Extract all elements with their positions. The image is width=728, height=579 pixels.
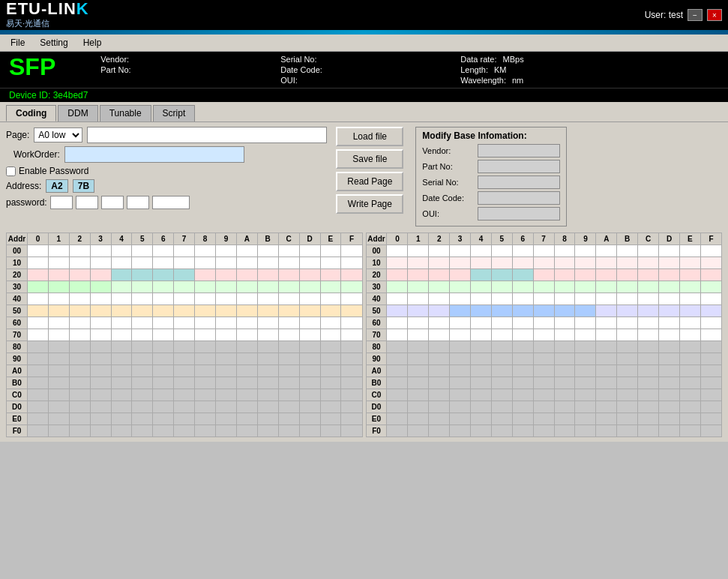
cell-C0-9[interactable] (575, 389, 596, 401)
cell-00-4[interactable] (471, 245, 492, 257)
cell-70-7[interactable] (174, 329, 195, 341)
cell-60-8[interactable] (554, 317, 575, 329)
cell-80-A[interactable] (596, 341, 617, 353)
cell-60-6[interactable] (153, 317, 174, 329)
cell-50-4[interactable] (471, 305, 492, 317)
cell-60-B[interactable] (617, 317, 638, 329)
cell-80-2[interactable] (69, 341, 90, 353)
cell-70-7[interactable] (533, 329, 554, 341)
cell-30-3[interactable] (450, 281, 471, 293)
cell-30-D[interactable] (659, 281, 680, 293)
cell-20-A[interactable] (236, 269, 257, 281)
cell-C0-9[interactable] (215, 389, 236, 401)
cell-30-9[interactable] (575, 281, 596, 293)
cell-10-D[interactable] (659, 257, 680, 269)
cell-00-0[interactable] (27, 245, 48, 257)
cell-A0-C[interactable] (638, 365, 659, 377)
cell-90-8[interactable] (195, 353, 216, 365)
cell-40-E[interactable] (320, 293, 341, 305)
cell-70-D[interactable] (659, 329, 680, 341)
cell-00-2[interactable] (429, 245, 450, 257)
cell-00-F[interactable] (341, 245, 362, 257)
cell-D0-3[interactable] (90, 401, 111, 413)
cell-E0-F[interactable] (341, 413, 362, 425)
cell-90-F[interactable] (700, 353, 721, 365)
cell-D0-2[interactable] (429, 401, 450, 413)
cell-40-A[interactable] (596, 293, 617, 305)
cell-90-7[interactable] (174, 353, 195, 365)
cell-E0-9[interactable] (575, 413, 596, 425)
cell-F0-B[interactable] (257, 425, 278, 437)
cell-D0-4[interactable] (471, 401, 492, 413)
cell-00-A[interactable] (596, 245, 617, 257)
cell-C0-C[interactable] (638, 389, 659, 401)
cell-F0-2[interactable] (69, 425, 90, 437)
cell-F0-B[interactable] (617, 425, 638, 437)
cell-40-2[interactable] (69, 293, 90, 305)
cell-60-9[interactable] (215, 317, 236, 329)
cell-20-D[interactable] (299, 269, 320, 281)
cell-90-6[interactable] (153, 353, 174, 365)
cell-A0-4[interactable] (111, 365, 132, 377)
cell-10-1[interactable] (48, 257, 69, 269)
cell-C0-3[interactable] (450, 389, 471, 401)
cell-C0-7[interactable] (174, 389, 195, 401)
cell-60-5[interactable] (491, 317, 512, 329)
modify-partno-input[interactable] (478, 160, 560, 173)
cell-E0-C[interactable] (638, 413, 659, 425)
cell-50-2[interactable] (429, 305, 450, 317)
cell-00-1[interactable] (408, 245, 429, 257)
cell-10-E[interactable] (320, 257, 341, 269)
cell-D0-D[interactable] (659, 401, 680, 413)
tab-tunable[interactable]: Tunable (100, 105, 151, 122)
cell-40-4[interactable] (471, 293, 492, 305)
cell-00-2[interactable] (69, 245, 90, 257)
cell-E0-0[interactable] (387, 413, 408, 425)
cell-80-C[interactable] (278, 341, 299, 353)
cell-40-3[interactable] (90, 293, 111, 305)
cell-00-7[interactable] (533, 245, 554, 257)
cell-10-4[interactable] (471, 257, 492, 269)
cell-F0-0[interactable] (27, 425, 48, 437)
cell-D0-6[interactable] (153, 401, 174, 413)
cell-80-5[interactable] (491, 341, 512, 353)
cell-00-B[interactable] (257, 245, 278, 257)
cell-30-3[interactable] (90, 281, 111, 293)
cell-F0-1[interactable] (408, 425, 429, 437)
cell-70-B[interactable] (617, 329, 638, 341)
cell-40-1[interactable] (48, 293, 69, 305)
cell-60-B[interactable] (257, 317, 278, 329)
cell-F0-5[interactable] (132, 425, 153, 437)
cell-A0-1[interactable] (408, 365, 429, 377)
cell-40-F[interactable] (341, 293, 362, 305)
cell-90-F[interactable] (341, 353, 362, 365)
cell-40-8[interactable] (195, 293, 216, 305)
cell-90-5[interactable] (132, 353, 153, 365)
cell-F0-E[interactable] (320, 425, 341, 437)
cell-A0-E[interactable] (680, 365, 701, 377)
cell-C0-B[interactable] (617, 389, 638, 401)
cell-90-3[interactable] (90, 353, 111, 365)
cell-20-3[interactable] (450, 269, 471, 281)
cell-00-3[interactable] (450, 245, 471, 257)
cell-A0-3[interactable] (90, 365, 111, 377)
cell-90-6[interactable] (512, 353, 533, 365)
cell-D0-1[interactable] (48, 401, 69, 413)
modify-oui-input[interactable] (478, 207, 560, 220)
cell-80-0[interactable] (27, 341, 48, 353)
cell-20-5[interactable] (491, 269, 512, 281)
cell-C0-D[interactable] (299, 389, 320, 401)
minimize-button[interactable]: − (688, 9, 703, 21)
cell-50-5[interactable] (491, 305, 512, 317)
cell-C0-7[interactable] (533, 389, 554, 401)
cell-40-E[interactable] (680, 293, 701, 305)
cell-E0-7[interactable] (174, 413, 195, 425)
cell-10-0[interactable] (27, 257, 48, 269)
cell-F0-A[interactable] (236, 425, 257, 437)
cell-70-9[interactable] (575, 329, 596, 341)
cell-A0-0[interactable] (27, 365, 48, 377)
cell-50-3[interactable] (90, 305, 111, 317)
cell-E0-8[interactable] (195, 413, 216, 425)
enable-password-checkbox[interactable] (6, 166, 16, 176)
cell-E0-8[interactable] (554, 413, 575, 425)
